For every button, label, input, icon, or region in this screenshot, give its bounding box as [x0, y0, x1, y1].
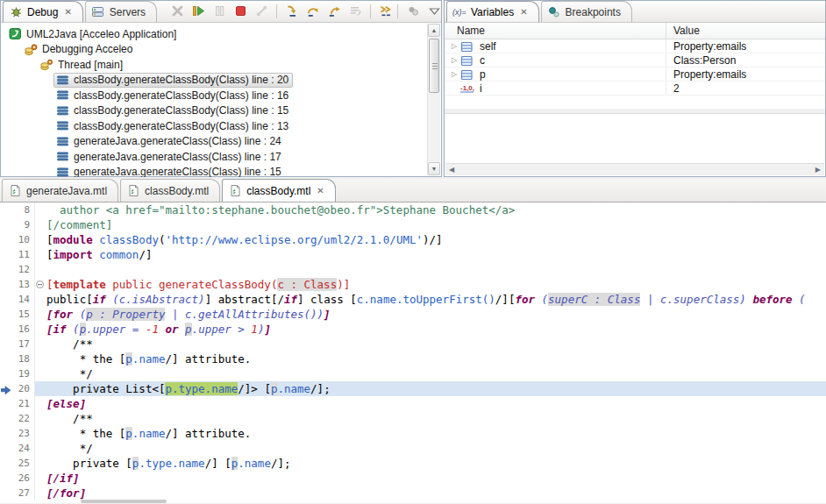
line-number[interactable]: 20	[12, 381, 35, 396]
variable-row-i[interactable]: -1,0,i2	[445, 82, 825, 96]
code-line-16[interactable]: 16[if (p.upper = -1 or p.upper > 1)]	[0, 322, 826, 337]
variable-row-p[interactable]: ▷pProperty:emails	[445, 67, 825, 82]
folding-ruler[interactable]	[35, 426, 46, 441]
expand-arrow-icon[interactable]: ▷	[448, 70, 460, 78]
step-over-button[interactable]	[303, 2, 323, 20]
code-text[interactable]: [if (p.upper = -1 or p.upper > 1)]	[46, 322, 826, 337]
code-line-11[interactable]: 11[import common/]	[0, 247, 826, 262]
code-line-8[interactable]: 8 author <a href="mailto:stephane.bouche…	[0, 202, 826, 217]
folding-ruler[interactable]	[35, 456, 46, 471]
annotation-ruler[interactable]	[0, 351, 12, 366]
folding-ruler[interactable]	[35, 396, 46, 411]
folding-ruler[interactable]	[35, 262, 46, 277]
code-text[interactable]: author <a href="mailto:stephane.bouchet@…	[46, 202, 826, 217]
code-text[interactable]: private List<[p.type.name/]> [p.name/];	[46, 381, 826, 396]
scrollbar-thumb[interactable]	[429, 39, 439, 93]
variable-row-c[interactable]: ▷cClass:Person	[445, 53, 825, 67]
tree-item-generatejava-generateclass-class-line-15[interactable]: generateJava.generateClass(Class) line :…	[1, 165, 441, 178]
scroll-left-icon[interactable]: ◀	[445, 166, 458, 174]
annotation-ruler[interactable]	[0, 217, 12, 232]
tree-item-hit[interactable]: classBody.generateClassBody(Class) line …	[53, 73, 293, 88]
line-number[interactable]: 8	[12, 202, 35, 217]
scroll-down-icon[interactable]: ▼	[428, 162, 440, 175]
code-line-23[interactable]: 23 * the [p.name/] attribute.	[0, 426, 826, 441]
folding-ruler[interactable]	[35, 381, 46, 396]
tree-item-hit[interactable]: generateJava.generateClass(Class) line :…	[53, 165, 286, 177]
code-line-27[interactable]: 27[/for]	[0, 486, 826, 500]
tree-item-hit[interactable]: classBody.generateClassBody(Class) line …	[53, 103, 293, 118]
tree-item-hit[interactable]: Debugging Acceleo	[22, 42, 137, 57]
annotation-ruler[interactable]	[0, 232, 12, 247]
tree-item-classbody-generateclassbody-class-line-15[interactable]: classBody.generateClassBody(Class) line …	[1, 103, 441, 119]
code-text[interactable]: */	[46, 366, 826, 381]
code-line-13[interactable]: 13[template public generateClassBody(c :…	[0, 277, 826, 292]
annotation-ruler[interactable]	[0, 307, 12, 322]
line-number[interactable]: 25	[12, 456, 35, 471]
code-text[interactable]: public[if (c.isAbstract)] abstract[/if] …	[46, 292, 826, 307]
variable-name-cell[interactable]: ▷p	[445, 67, 666, 81]
code-line-9[interactable]: 9[/comment]	[0, 217, 826, 232]
remove-all-terminated-button[interactable]	[167, 2, 187, 20]
code-line-21[interactable]: 21[else]	[0, 396, 826, 411]
use-step-filters-button[interactable]	[376, 2, 395, 20]
line-number[interactable]: 27	[12, 486, 35, 500]
code-line-14[interactable]: 14public[if (c.isAbstract)] abstract[/if…	[0, 292, 826, 307]
variable-value-cell[interactable]: Property:emails	[666, 67, 825, 81]
close-tab-icon[interactable]: ✕	[64, 7, 71, 17]
editor-tab-generatejava-mtl[interactable]: generateJava.mtl	[2, 179, 118, 202]
tree-item-classbody-generateclassbody-class-line-16[interactable]: classBody.generateClassBody(Class) line …	[1, 88, 441, 103]
resume-button[interactable]	[189, 2, 208, 20]
tree-item-hit[interactable]: classBody.generateClassBody(Class) line …	[53, 118, 293, 133]
variable-name-cell[interactable]: ▷c	[445, 53, 666, 67]
line-number[interactable]: 17	[12, 337, 35, 351]
annotation-ruler[interactable]	[0, 277, 12, 292]
folding-ruler[interactable]	[35, 411, 46, 426]
code-text[interactable]: [/for]	[46, 486, 826, 500]
editor-hscrollbar-thumb[interactable]	[81, 500, 167, 503]
disconnect-button[interactable]	[252, 2, 271, 20]
line-number[interactable]: 18	[12, 351, 35, 366]
tree-item-debugging-acceleo[interactable]: Debugging Acceleo	[1, 42, 441, 58]
debug-tree-scrollbar[interactable]: ▲ ▼	[427, 24, 440, 175]
tree-item-thread-main[interactable]: Thread [main]	[1, 57, 441, 73]
variable-row-self[interactable]: ▷selfProperty:emails	[445, 39, 825, 53]
variable-value-cell[interactable]: 2	[666, 82, 825, 95]
code-line-17[interactable]: 17 /**	[0, 337, 826, 351]
code-text[interactable]: [module classBody('http://www.eclipse.or…	[46, 232, 826, 247]
folding-ruler[interactable]	[35, 217, 46, 232]
annotation-ruler[interactable]	[0, 411, 12, 426]
code-text[interactable]: private [p.type.name/] [p.name/];	[46, 456, 826, 471]
line-number[interactable]: 22	[12, 411, 35, 426]
code-line-22[interactable]: 22 /**	[0, 411, 826, 426]
tree-item-uml2java-acceleo-application[interactable]: UML2Java [Acceleo Application]	[1, 26, 441, 42]
code-line-10[interactable]: 10[module classBody('http://www.eclipse.…	[0, 232, 826, 247]
variables-view-tab-breakpoints[interactable]: Breakpoints	[541, 1, 632, 22]
annotation-ruler[interactable]	[0, 471, 12, 486]
line-number[interactable]: 24	[12, 441, 35, 456]
variable-value-cell[interactable]: Class:Person	[666, 53, 825, 67]
annotation-ruler[interactable]	[0, 337, 12, 351]
annotation-ruler[interactable]	[0, 292, 12, 307]
code-line-12[interactable]: 12	[0, 262, 826, 277]
code-text[interactable]: /**	[46, 337, 826, 351]
tree-item-classbody-generateclassbody-class-line-13[interactable]: classBody.generateClassBody(Class) line …	[1, 118, 441, 134]
code-text[interactable]: * the [p.name/] attribute.	[46, 426, 826, 441]
variable-name-cell[interactable]: ▷self	[445, 39, 666, 53]
folding-ruler[interactable]	[35, 277, 46, 292]
tree-item-classbody-generateclassbody-class-line-20[interactable]: classBody.generateClassBody(Class) line …	[1, 73, 441, 89]
tree-item-hit[interactable]: generateJava.generateClass(Class) line :…	[53, 149, 286, 164]
code-line-15[interactable]: 15[for (p : Property | c.getAllAttribute…	[0, 307, 826, 322]
code-line-26[interactable]: 26[/if]	[0, 471, 826, 486]
code-text[interactable]: [/if]	[46, 471, 826, 486]
tree-item-generatejava-generateclass-class-line-24[interactable]: generateJava.generateClass(Class) line :…	[1, 134, 441, 150]
folding-ruler[interactable]	[35, 441, 46, 456]
code-line-24[interactable]: 24 */	[0, 441, 826, 456]
folding-ruler[interactable]	[35, 307, 46, 322]
folding-ruler[interactable]	[35, 232, 46, 247]
line-number[interactable]: 15	[12, 307, 35, 322]
variable-name-cell[interactable]: -1,0,i	[445, 82, 666, 95]
annotation-ruler[interactable]	[0, 456, 12, 471]
step-return-button[interactable]	[324, 2, 344, 20]
debug-view-tab-servers[interactable]: Servers	[85, 1, 157, 22]
tree-item-hit[interactable]: Thread [main]	[38, 57, 127, 72]
